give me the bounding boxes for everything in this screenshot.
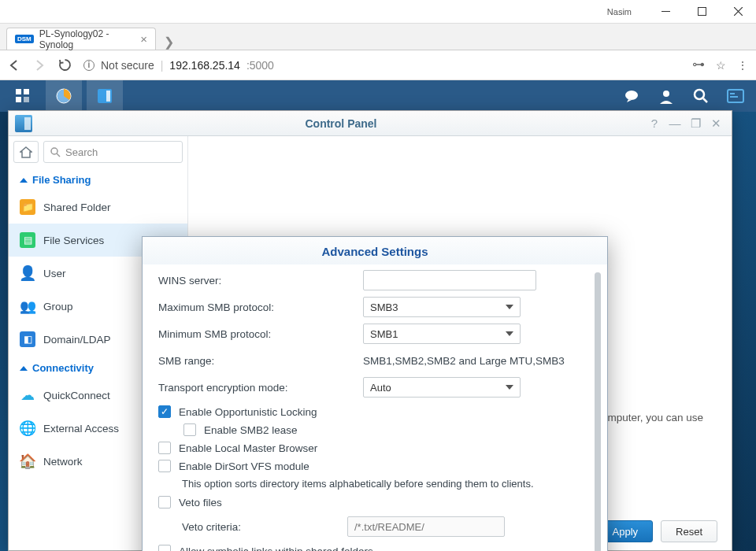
local-master-checkbox[interactable] xyxy=(158,442,171,454)
cp-help-button[interactable]: ? xyxy=(645,114,664,133)
chevron-down-icon xyxy=(506,305,513,309)
scrollbar-thumb[interactable] xyxy=(595,272,601,551)
browser-menu-icon[interactable]: ⋮ xyxy=(737,59,748,72)
dsm-taskbar-storage-icon[interactable] xyxy=(46,80,82,112)
browser-tabbar: DSM PL-Synology02 - Synolog × ❯ xyxy=(0,24,756,50)
label-wins: WINS server: xyxy=(158,275,363,287)
modal-scrollbar[interactable] xyxy=(595,272,601,551)
browser-toolbar: i Not secure | 192.168.25.14:5000 ⊶ ☆ ⋮ xyxy=(0,50,756,80)
globe-icon: 🌐 xyxy=(20,420,35,436)
reload-button[interactable] xyxy=(58,58,72,72)
label-transport: Transport encryption mode: xyxy=(158,382,363,394)
cloud-icon: ☁ xyxy=(20,387,35,403)
transport-mode-select[interactable]: Auto xyxy=(363,377,521,398)
dsm-dashboard-icon[interactable] xyxy=(5,80,41,112)
windows-user: Nasim xyxy=(607,7,632,17)
wins-server-input[interactable] xyxy=(363,270,536,290)
svg-rect-0 xyxy=(662,11,670,12)
network-icon: 🏠 xyxy=(20,453,35,469)
cp-minimize-button[interactable]: — xyxy=(665,114,684,133)
dsm-topbar xyxy=(0,80,756,112)
svg-point-10 xyxy=(625,91,638,100)
oplock-checkbox[interactable]: ✓ xyxy=(158,405,171,418)
cp-reset-button[interactable]: Reset xyxy=(661,520,717,542)
svg-rect-5 xyxy=(24,97,29,102)
svg-rect-9 xyxy=(106,91,110,102)
search-icon xyxy=(50,147,61,157)
svg-rect-3 xyxy=(24,89,29,94)
window-minimize-button[interactable] xyxy=(647,0,684,24)
chevron-up-icon xyxy=(20,178,28,183)
browser-tab[interactable]: DSM PL-Synology02 - Synolog × xyxy=(6,28,156,50)
dsm-user-icon[interactable] xyxy=(650,80,682,112)
domain-icon: ◧ xyxy=(20,331,35,347)
new-tab-button[interactable]: ❯ xyxy=(159,34,178,50)
smb-range-value: SMB1,SMB2,SMB2 and Large MTU,SMB3 xyxy=(363,355,565,367)
control-panel-titlebar[interactable]: Control Panel ? — ❐ ✕ xyxy=(9,111,732,136)
nav-shared-folder[interactable]: 📁 Shared Folder xyxy=(9,190,187,224)
control-panel-icon xyxy=(15,115,32,132)
label-smb-range: SMB range: xyxy=(158,355,363,367)
tab-close-icon[interactable]: × xyxy=(140,32,147,46)
svg-rect-15 xyxy=(730,93,735,94)
dirsort-checkbox[interactable] xyxy=(158,460,171,472)
dsm-widgets-icon[interactable] xyxy=(720,80,751,112)
file-services-icon: ▤ xyxy=(20,232,35,248)
user-icon: 👤 xyxy=(20,265,35,281)
cp-close-button[interactable]: ✕ xyxy=(706,114,725,133)
svg-point-17 xyxy=(51,148,57,154)
control-panel-title: Control Panel xyxy=(39,117,643,130)
svg-line-13 xyxy=(703,98,707,102)
advanced-settings-modal: Advanced Settings WINS server: Maximum S… xyxy=(142,236,608,551)
veto-checkbox[interactable] xyxy=(158,496,171,508)
url-port: :5000 xyxy=(246,59,274,72)
url-host: 192.168.25.14 xyxy=(169,59,240,72)
url-bar[interactable]: i Not secure | 192.168.25.14:5000 xyxy=(83,59,681,72)
section-file-sharing[interactable]: File Sharing xyxy=(9,168,187,190)
label-max-smb: Maximum SMB protocol: xyxy=(158,301,363,313)
windows-titlebar: Nasim xyxy=(0,0,756,24)
dirsort-help-text: This option sorts directory items alphab… xyxy=(182,478,590,490)
veto-label: Veto files xyxy=(179,497,222,508)
dsm-taskbar-controlpanel-icon[interactable] xyxy=(87,80,123,112)
tab-title: PL-Synology02 - Synolog xyxy=(39,28,135,50)
svg-rect-2 xyxy=(16,89,21,94)
chevron-down-icon xyxy=(506,385,513,390)
cp-search-input[interactable]: Search xyxy=(43,141,183,163)
oplock-label: Enable Opportunistic Locking xyxy=(179,406,317,418)
password-key-icon[interactable]: ⊶ xyxy=(692,57,705,72)
nav-back-button[interactable] xyxy=(8,59,22,72)
smb2-lease-label: Enable SMB2 lease xyxy=(204,424,298,436)
window-close-button[interactable] xyxy=(720,0,756,24)
cp-home-button[interactable] xyxy=(13,141,39,163)
svg-point-11 xyxy=(663,91,669,97)
modal-title: Advanced Settings xyxy=(143,237,607,264)
chevron-down-icon xyxy=(506,331,513,336)
bookmark-star-icon[interactable]: ☆ xyxy=(716,59,726,72)
veto-criteria-input xyxy=(347,516,505,537)
window-maximize-button[interactable] xyxy=(684,0,720,24)
symlinks-within-label: Allow symbolic links within shared folde… xyxy=(179,545,373,552)
content-hint-text: mputer, you can use xyxy=(607,412,703,423)
nav-forward-button[interactable] xyxy=(33,59,47,72)
not-secure-text: Not secure xyxy=(101,59,154,72)
max-smb-select[interactable]: SMB3 xyxy=(363,297,521,317)
search-placeholder: Search xyxy=(65,146,98,158)
min-smb-select[interactable]: SMB1 xyxy=(363,324,521,344)
dsm-chat-icon[interactable] xyxy=(616,80,647,112)
svg-rect-4 xyxy=(16,97,21,102)
dsm-favicon: DSM xyxy=(15,35,34,43)
dsm-desktop: Control Panel ? — ❐ ✕ Search xyxy=(0,112,756,551)
svg-point-12 xyxy=(695,90,704,99)
svg-line-18 xyxy=(57,153,60,157)
symlinks-within-checkbox[interactable] xyxy=(158,545,171,551)
chevron-up-icon xyxy=(20,366,28,371)
label-min-smb: Minimum SMB protocol: xyxy=(158,328,363,340)
label-veto-criteria: Veto criteria: xyxy=(182,521,347,533)
cp-maximize-button[interactable]: ❐ xyxy=(686,114,705,133)
dsm-search-icon[interactable] xyxy=(685,80,717,112)
folder-icon: 📁 xyxy=(20,199,35,215)
svg-rect-16 xyxy=(730,96,738,98)
svg-rect-1 xyxy=(698,8,706,16)
smb2-lease-checkbox[interactable] xyxy=(183,423,196,436)
